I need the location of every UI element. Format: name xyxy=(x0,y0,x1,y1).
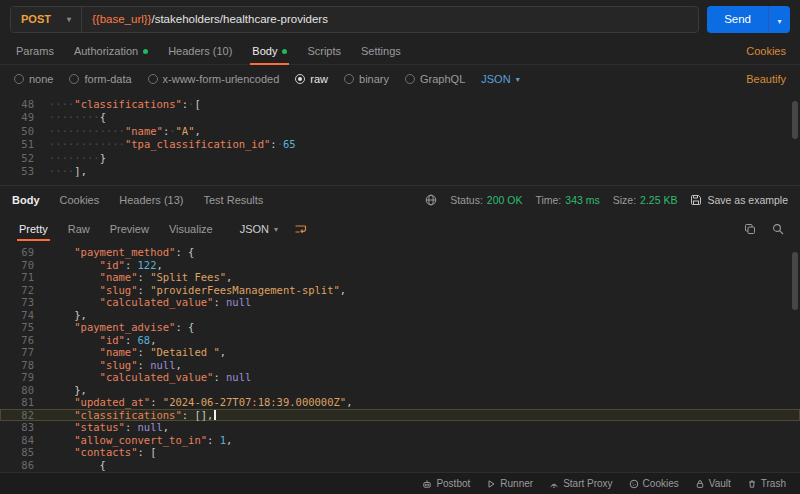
runner-button[interactable]: Runner xyxy=(478,478,541,489)
postbot-button[interactable]: Postbot xyxy=(414,478,478,489)
code-line-81[interactable]: 81 "updated_at": "2024-06-27T07:18:39.00… xyxy=(0,396,800,409)
send-button[interactable]: Send xyxy=(707,6,768,33)
scrollbar-thumb[interactable] xyxy=(792,101,798,139)
tab-label: Params xyxy=(16,45,54,57)
code-text: }, xyxy=(49,309,87,321)
code-line-48[interactable]: 48····"classifications":·[ xyxy=(0,98,800,111)
response-tab-body[interactable]: Body xyxy=(12,194,40,206)
response-tab-test-results[interactable]: Test Results xyxy=(203,194,263,206)
code-text: { xyxy=(49,459,106,471)
code-text: "status": null, xyxy=(49,421,169,433)
code-line-49[interactable]: 49········{ xyxy=(0,111,800,124)
code-line-74[interactable]: 74 }, xyxy=(0,309,800,322)
tab-label: Cookies xyxy=(60,194,100,206)
start-proxy-button[interactable]: Start Proxy xyxy=(541,478,620,489)
view-preview[interactable]: Preview xyxy=(101,220,158,238)
tab-params[interactable]: Params xyxy=(6,38,64,64)
send-group: Send ▾ xyxy=(707,6,790,33)
tab-settings[interactable]: Settings xyxy=(351,38,411,64)
view-raw[interactable]: Raw xyxy=(59,220,99,238)
code-line-51[interactable]: 51············"tpa_classification_id":·6… xyxy=(0,138,800,151)
method-selector[interactable]: POST ▾ xyxy=(11,7,82,32)
code-line-72[interactable]: 72 "slug": "providerFeesManagement-split… xyxy=(0,284,800,297)
view-visualize[interactable]: Visualize xyxy=(160,220,222,238)
search-icon[interactable] xyxy=(772,223,784,235)
cookies-button[interactable]: Cookies xyxy=(621,478,687,489)
code-line-50[interactable]: 50············"name":·"A", xyxy=(0,125,800,138)
cookies-icon xyxy=(629,479,639,489)
cookies-link[interactable]: Cookies xyxy=(746,45,794,57)
status-badge[interactable]: Status:200 OK xyxy=(450,194,522,206)
tab-headers[interactable]: Headers (10) xyxy=(158,38,242,64)
code-line-85[interactable]: 85 "contacts": [ xyxy=(0,446,800,459)
response-meta: Status:200 OK Time:343 ms Size:2.25 KB S… xyxy=(425,194,788,206)
line-number: 71 xyxy=(0,271,34,284)
response-tab-headers[interactable]: Headers (13) xyxy=(119,194,183,206)
code-line-84[interactable]: 84 "allow_convert_to_in": 1, xyxy=(0,434,800,447)
body-type-raw[interactable]: raw xyxy=(295,73,328,85)
body-type-form-data[interactable]: form-data xyxy=(69,73,131,85)
url-input[interactable]: {{base_url}}/stakeholders/healthcare-pro… xyxy=(82,7,698,32)
status-value: 200 OK xyxy=(487,194,523,206)
response-language-selector[interactable]: JSON ▾ xyxy=(234,223,284,235)
code-text: "calculated_value": null xyxy=(49,371,251,383)
tab-label: Body xyxy=(252,45,277,57)
tab-label: Settings xyxy=(361,45,401,57)
code-text: }, xyxy=(49,384,87,396)
tab-label: Authorization xyxy=(74,45,138,57)
scrollbar-thumb[interactable] xyxy=(792,252,798,310)
tab-authorization[interactable]: Authorization xyxy=(64,38,158,64)
request-body-editor[interactable]: 48····"classifications":·[49········{50·… xyxy=(0,93,800,186)
line-number: 50 xyxy=(0,125,34,138)
trash-button[interactable]: Trash xyxy=(739,478,794,489)
code-line-83[interactable]: 83 "status": null, xyxy=(0,421,800,434)
code-line-86[interactable]: 86 { xyxy=(0,459,800,472)
body-type-urlencoded[interactable]: x-www-form-urlencoded xyxy=(148,73,280,85)
code-line-53[interactable]: 53····], xyxy=(0,165,800,178)
code-text: "calculated_value": null xyxy=(49,296,251,308)
code-line-82[interactable]: 82 "classifications": [], xyxy=(0,409,800,422)
content-dot xyxy=(282,49,287,54)
send-options-button[interactable]: ▾ xyxy=(768,6,790,33)
code-line-69[interactable]: 69 "payment_method": { xyxy=(0,246,800,259)
code-text: "updated_at": "2024-06-27T07:18:39.00000… xyxy=(49,396,352,408)
wrap-text-icon[interactable] xyxy=(294,223,307,235)
response-body-editor[interactable]: 69 "payment_method": {70 "id": 122,71 "n… xyxy=(0,244,800,472)
statusbar-label: Vault xyxy=(709,478,731,489)
copy-icon[interactable] xyxy=(744,223,756,235)
code-line-78[interactable]: 78 "slug": null, xyxy=(0,359,800,372)
time-badge[interactable]: Time:343 ms xyxy=(535,194,599,206)
tab-body[interactable]: Body xyxy=(242,38,297,64)
chevron-down-icon: ▾ xyxy=(67,15,71,24)
code-line-73[interactable]: 73 "calculated_value": null xyxy=(0,296,800,309)
code-line-76[interactable]: 76 "id": 68, xyxy=(0,334,800,347)
globe-icon[interactable] xyxy=(425,194,437,206)
body-type-none[interactable]: none xyxy=(14,73,53,85)
code-line-75[interactable]: 75 "payment_advise": { xyxy=(0,321,800,334)
code-line-70[interactable]: 70 "id": 122, xyxy=(0,259,800,272)
line-number: 51 xyxy=(0,138,34,151)
line-number: 79 xyxy=(0,371,34,384)
vault-button[interactable]: Vault xyxy=(687,478,739,489)
code-text: "contacts": [ xyxy=(49,446,157,458)
code-line-77[interactable]: 77 "name": "Detailed ", xyxy=(0,346,800,359)
code-line-79[interactable]: 79 "calculated_value": null xyxy=(0,371,800,384)
response-tab-cookies[interactable]: Cookies xyxy=(60,194,100,206)
code-line-71[interactable]: 71 "name": "Split Fees", xyxy=(0,271,800,284)
size-label: Size: xyxy=(613,194,636,206)
body-type-binary[interactable]: binary xyxy=(344,73,389,85)
radio-icon xyxy=(405,74,415,84)
beautify-link[interactable]: Beautify xyxy=(746,73,786,85)
view-pretty[interactable]: Pretty xyxy=(10,220,57,238)
response-toolbar: Pretty Raw Preview Visualize JSON ▾ xyxy=(0,214,800,244)
body-type-graphql[interactable]: GraphQL xyxy=(405,73,465,85)
size-badge[interactable]: Size:2.25 KB xyxy=(613,194,678,206)
code-line-52[interactable]: 52········} xyxy=(0,152,800,165)
save-as-example-button[interactable]: Save as example xyxy=(690,194,788,206)
request-language-selector[interactable]: JSON ▾ xyxy=(481,73,519,85)
trash-icon xyxy=(747,479,757,489)
tab-scripts[interactable]: Scripts xyxy=(297,38,351,64)
code-line-80[interactable]: 80 }, xyxy=(0,384,800,397)
method-label: POST xyxy=(21,13,51,25)
tab-label: Body xyxy=(12,194,40,206)
